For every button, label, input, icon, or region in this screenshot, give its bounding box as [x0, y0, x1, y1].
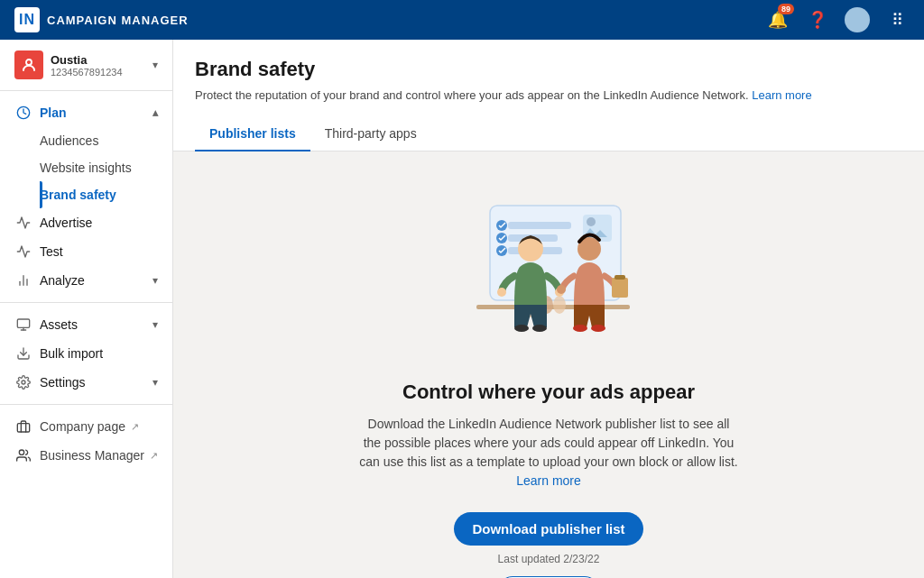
svg-point-24 — [553, 296, 566, 314]
app-logo[interactable]: in CAMPAIGN MANAGER — [14, 7, 189, 32]
learn-more-body-link[interactable]: Learn more — [516, 473, 581, 488]
account-selector[interactable]: Oustia 1234567891234 ▾ — [0, 40, 172, 91]
advertise-label: Advertise — [40, 216, 92, 230]
svg-point-27 — [497, 288, 506, 297]
sidebar-item-settings[interactable]: Settings ▾ — [0, 368, 172, 397]
sidebar-item-company-page[interactable]: Company page ↗ — [0, 412, 172, 441]
apps-grid-button[interactable]: ⠿ — [884, 7, 910, 32]
sidebar: Oustia 1234567891234 ▾ Plan ▴ Audiences … — [0, 40, 173, 578]
sidebar-nav: Plan ▴ Audiences Website insights Brand … — [0, 91, 172, 477]
svg-rect-32 — [614, 275, 625, 280]
settings-icon — [14, 375, 32, 390]
business-manager-icon — [14, 448, 32, 463]
settings-label: Settings — [40, 375, 86, 390]
plan-sub-items: Audiences Website insights Brand safety — [0, 127, 172, 208]
company-page-label: Company page — [40, 419, 125, 434]
svg-rect-5 — [17, 319, 29, 327]
test-icon — [14, 244, 32, 259]
chevron-down-icon: ▾ — [152, 59, 158, 71]
assets-label: Assets — [40, 317, 78, 332]
learn-more-header-link[interactable]: Learn more — [752, 88, 811, 102]
question-icon: ❓ — [808, 10, 827, 30]
svg-rect-13 — [508, 222, 571, 229]
grid-icon: ⠿ — [892, 10, 903, 30]
linkedin-icon: in — [14, 7, 40, 32]
sidebar-item-brand-safety[interactable]: Brand safety — [40, 181, 172, 208]
advertise-icon — [14, 216, 32, 230]
sidebar-item-test[interactable]: Test — [0, 237, 172, 266]
external-link-icon: ↗ — [131, 421, 139, 433]
account-info: Oustia 1234567891234 — [51, 53, 152, 78]
svg-point-20 — [587, 217, 596, 226]
account-icon — [14, 50, 43, 79]
plan-label: Plan — [40, 106, 67, 120]
company-page-icon — [14, 419, 32, 434]
external-link-icon-bm: ↗ — [150, 450, 158, 462]
top-nav-icons: 🔔 89 ❓ ⠿ — [765, 7, 910, 32]
bulk-import-label: Bulk import — [40, 346, 103, 361]
svg-point-33 — [573, 325, 587, 332]
chevron-up-icon: ▴ — [152, 106, 158, 119]
analyze-label: Analyze — [40, 273, 85, 288]
avatar[interactable] — [845, 7, 870, 32]
business-manager-label: Business Manager — [40, 448, 144, 463]
content-header: Brand safety Protect the reputation of y… — [173, 40, 924, 151]
download-publisher-list-button[interactable]: Download publisher list — [454, 512, 642, 546]
sidebar-divider — [0, 302, 172, 303]
sidebar-item-analyze[interactable]: Analyze ▾ — [0, 266, 172, 295]
control-title: Control where your ads appear — [402, 381, 695, 404]
svg-rect-21 — [476, 305, 630, 309]
svg-point-11 — [19, 450, 23, 454]
svg-rect-31 — [612, 278, 628, 298]
page-title: Brand safety — [195, 58, 902, 81]
last-updated-text: Last updated 2/23/22 — [498, 553, 600, 565]
sidebar-item-audiences[interactable]: Audiences — [40, 127, 172, 154]
bulk-import-icon — [14, 346, 32, 361]
chevron-down-icon-settings: ▾ — [152, 376, 158, 389]
svg-rect-10 — [17, 424, 29, 432]
assets-icon — [14, 317, 32, 332]
help-button[interactable]: ❓ — [805, 7, 830, 32]
active-indicator — [40, 181, 42, 208]
tab-publisher-lists[interactable]: Publisher lists — [195, 119, 310, 151]
chevron-down-icon: ▾ — [152, 274, 158, 287]
sidebar-divider-2 — [0, 404, 172, 405]
main-layout: Oustia 1234567891234 ▾ Plan ▴ Audiences … — [0, 40, 924, 578]
account-name: Oustia — [51, 53, 152, 67]
sidebar-item-business-manager[interactable]: Business Manager ↗ — [0, 441, 172, 470]
svg-point-0 — [26, 60, 32, 65]
sidebar-item-assets[interactable]: Assets ▾ — [0, 310, 172, 339]
sidebar-item-website-insights[interactable]: Website insights — [40, 154, 172, 181]
tab-third-party-apps[interactable]: Third-party apps — [310, 119, 431, 151]
account-id: 1234567891234 — [51, 67, 152, 78]
svg-point-34 — [591, 325, 605, 332]
sidebar-item-plan[interactable]: Plan ▴ — [0, 98, 172, 127]
test-label: Test — [40, 244, 63, 259]
illustration — [449, 188, 648, 359]
chevron-down-icon-assets: ▾ — [152, 318, 158, 331]
sidebar-item-advertise[interactable]: Advertise — [0, 208, 172, 237]
page-subtitle: Protect the reputation of your brand and… — [195, 87, 902, 105]
control-description: Download the LinkedIn Audience Network p… — [359, 415, 738, 491]
content-area: Brand safety Protect the reputation of y… — [173, 40, 924, 578]
notification-badge: 89 — [778, 4, 794, 14]
svg-point-35 — [514, 325, 529, 332]
analyze-icon — [14, 273, 32, 288]
svg-point-9 — [22, 381, 25, 384]
sidebar-item-bulk-import[interactable]: Bulk import — [0, 339, 172, 368]
top-navigation: in CAMPAIGN MANAGER 🔔 89 ❓ ⠿ — [0, 0, 924, 40]
plan-icon — [14, 106, 32, 120]
svg-point-30 — [557, 285, 566, 294]
content-body: Control where your ads appear Download t… — [173, 151, 924, 579]
notifications-button[interactable]: 🔔 89 — [765, 7, 790, 32]
svg-point-36 — [532, 325, 547, 332]
app-name: CAMPAIGN MANAGER — [47, 14, 189, 27]
tabs: Publisher lists Third-party apps — [195, 119, 902, 151]
